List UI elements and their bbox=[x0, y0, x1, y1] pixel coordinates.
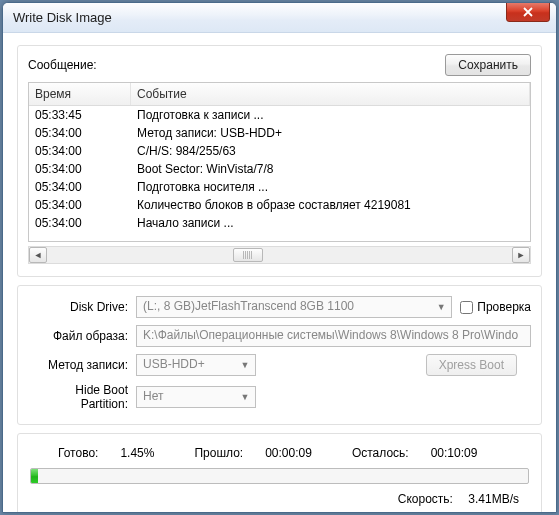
log-time: 05:33:45 bbox=[29, 107, 131, 123]
progress-bar bbox=[30, 468, 529, 484]
chevron-down-icon: ▼ bbox=[238, 390, 252, 404]
hide-boot-combo: Нет ▼ bbox=[136, 386, 256, 408]
log-event: Метод записи: USB-HDD+ bbox=[131, 125, 530, 141]
log-row[interactable]: 05:34:00C/H/S: 984/255/63 bbox=[29, 142, 530, 160]
remain-value: 00:10:09 bbox=[431, 446, 478, 460]
window: Write Disk Image Сообщение: Сохранить Вр… bbox=[2, 2, 557, 513]
write-method-label: Метод записи: bbox=[28, 358, 136, 372]
verify-checkbox[interactable]: Проверка bbox=[460, 300, 531, 314]
log-event: Boot Sector: WinVista/7/8 bbox=[131, 161, 530, 177]
scroll-track[interactable] bbox=[47, 248, 512, 262]
log-event: C/H/S: 984/255/63 bbox=[131, 143, 530, 159]
chevron-down-icon: ▼ bbox=[434, 300, 448, 314]
log-event: Подготовка носителя ... bbox=[131, 179, 530, 195]
log-time: 05:34:00 bbox=[29, 125, 131, 141]
done-value: 1.45% bbox=[120, 446, 154, 460]
log-body: 05:33:45Подготовка к записи ...05:34:00М… bbox=[29, 106, 530, 244]
disk-drive-value: (L:, 8 GB)JetFlashTranscend 8GB 1100 bbox=[143, 299, 354, 313]
speed-value: 3.41MB/s bbox=[468, 492, 519, 506]
image-file-field: K:\Файлы\Операционные системы\Windows 8\… bbox=[136, 325, 531, 347]
remain-label: Осталось: bbox=[352, 446, 409, 460]
scroll-left-icon[interactable]: ◄ bbox=[29, 247, 47, 263]
disk-drive-combo: (L:, 8 GB)JetFlashTranscend 8GB 1100 ▼ bbox=[136, 296, 452, 318]
disk-drive-label: Disk Drive: bbox=[28, 300, 136, 314]
log-event: Начало записи ... bbox=[131, 215, 530, 231]
scroll-thumb[interactable] bbox=[233, 248, 263, 262]
log-row[interactable]: 05:34:00Boot Sector: WinVista/7/8 bbox=[29, 160, 530, 178]
close-button[interactable] bbox=[506, 2, 550, 22]
log-time: 05:34:00 bbox=[29, 143, 131, 159]
hide-boot-value: Нет bbox=[143, 389, 163, 403]
elapsed-value: 00:00:09 bbox=[265, 446, 312, 460]
verify-label: Проверка bbox=[477, 300, 531, 314]
log-event: Количество блоков в образе составляет 42… bbox=[131, 197, 530, 213]
log-row[interactable]: 05:34:00Подготовка носителя ... bbox=[29, 178, 530, 196]
log-time: 05:34:00 bbox=[29, 197, 131, 213]
log-time: 05:34:00 bbox=[29, 179, 131, 195]
xpress-boot-button: Xpress Boot bbox=[426, 354, 517, 376]
log-row[interactable]: 05:34:00Метод записи: USB-HDD+ bbox=[29, 124, 530, 142]
h-scrollbar[interactable]: ◄ ► bbox=[28, 246, 531, 264]
settings-group: Disk Drive: (L:, 8 GB)JetFlashTranscend … bbox=[17, 285, 542, 425]
column-time[interactable]: Время bbox=[29, 83, 131, 105]
log-group: Сообщение: Сохранить Время Событие 05:33… bbox=[17, 45, 542, 277]
verify-checkbox-input[interactable] bbox=[460, 301, 473, 314]
image-file-label: Файл образа: bbox=[28, 329, 136, 343]
hide-boot-label: Hide Boot Partition: bbox=[28, 383, 136, 411]
title-bar: Write Disk Image bbox=[3, 3, 556, 33]
write-method-combo: USB-HDD+ ▼ bbox=[136, 354, 256, 376]
log-listview[interactable]: Время Событие 05:33:45Подготовка к запис… bbox=[28, 82, 531, 242]
scroll-right-icon[interactable]: ► bbox=[512, 247, 530, 263]
write-method-value: USB-HDD+ bbox=[143, 357, 205, 371]
progress-fill bbox=[31, 469, 38, 483]
speed-label: Скорость: bbox=[398, 492, 453, 506]
window-title: Write Disk Image bbox=[13, 10, 506, 25]
progress-group: Готово: 1.45% Прошло: 00:00:09 Осталось:… bbox=[17, 433, 542, 513]
log-row[interactable]: 05:34:00Количество блоков в образе соста… bbox=[29, 196, 530, 214]
log-time: 05:34:00 bbox=[29, 215, 131, 231]
log-event: Подготовка к записи ... bbox=[131, 107, 530, 123]
log-row[interactable]: 05:33:45Подготовка к записи ... bbox=[29, 106, 530, 124]
image-file-value: K:\Файлы\Операционные системы\Windows 8\… bbox=[143, 328, 518, 342]
column-event[interactable]: Событие bbox=[131, 83, 530, 105]
done-label: Готово: bbox=[58, 446, 98, 460]
log-time: 05:34:00 bbox=[29, 161, 131, 177]
message-label: Сообщение: bbox=[28, 58, 445, 72]
log-header: Время Событие bbox=[29, 83, 530, 106]
log-row[interactable]: 05:34:00Начало записи ... bbox=[29, 214, 530, 232]
close-icon bbox=[523, 7, 533, 17]
chevron-down-icon: ▼ bbox=[238, 358, 252, 372]
content-area: Сообщение: Сохранить Время Событие 05:33… bbox=[3, 33, 556, 512]
elapsed-label: Прошло: bbox=[194, 446, 243, 460]
save-button[interactable]: Сохранить bbox=[445, 54, 531, 76]
